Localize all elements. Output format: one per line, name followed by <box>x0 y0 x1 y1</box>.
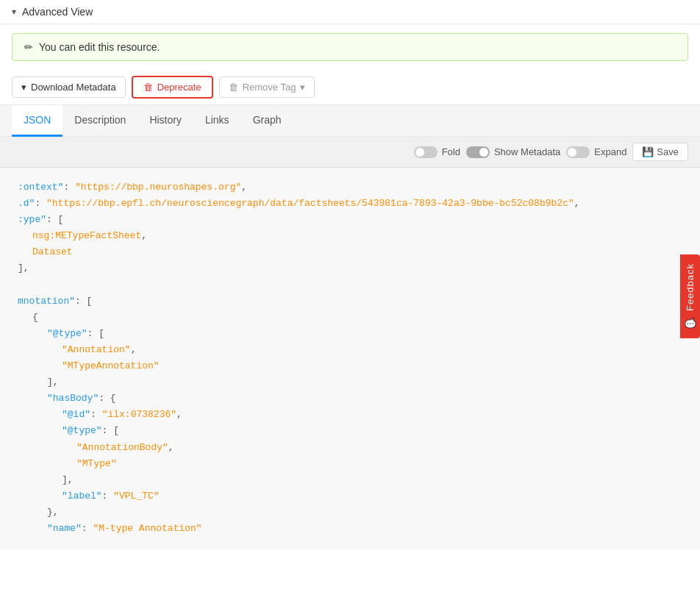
json-line: ], <box>18 260 682 277</box>
json-line: "hasBody": { <box>18 390 682 407</box>
json-line: mnotation": [ <box>18 293 682 310</box>
top-bar: ▾ Advanced View <box>0 0 700 24</box>
expand-toggle-group: Expand <box>566 146 626 158</box>
tab-links[interactable]: Links <box>193 105 241 137</box>
json-line: "@id": "ilx:0738236", <box>18 407 682 423</box>
json-line: nsg:METypeFactSheet, <box>18 228 682 244</box>
remove-tag-button[interactable]: 🗑 Remove Tag ▾ <box>219 76 315 98</box>
show-metadata-toggle[interactable] <box>466 146 490 158</box>
expand-label: Expand <box>594 146 626 157</box>
json-line: "MTypeAnnotation" <box>18 358 682 374</box>
json-line: "label": "VPL_TC" <box>18 488 682 504</box>
json-line: "@type": [ <box>18 423 682 439</box>
tab-graph[interactable]: Graph <box>241 105 293 137</box>
tab-json[interactable]: JSON <box>12 105 63 137</box>
feedback-wrapper: 💬 Feedback <box>680 254 700 338</box>
deprecate-button[interactable]: 🗑 Deprecate <box>132 76 213 99</box>
json-line: :ype": [ <box>18 212 682 228</box>
json-toolbar: Fold Show Metadata Expand 💾 Save <box>0 137 700 168</box>
json-line: ], <box>18 374 682 390</box>
fold-toggle-group: Fold <box>414 146 460 158</box>
action-toolbar: ▾ Download Metadata 🗑 Deprecate 🗑 Remove… <box>0 70 700 105</box>
json-line: Dataset <box>18 244 682 260</box>
json-line: "AnnotationBody", <box>18 440 682 456</box>
json-line <box>18 277 682 293</box>
expand-toggle[interactable] <box>566 146 590 158</box>
json-line: "Annotation", <box>18 342 682 358</box>
json-line: "name": "M-type Annotation" <box>18 521 682 537</box>
fold-label: Fold <box>442 146 460 157</box>
show-metadata-label: Show Metadata <box>494 146 560 157</box>
remove-tag-label: Remove Tag <box>243 82 296 93</box>
download-chevron-icon: ▾ <box>21 82 26 93</box>
edit-alert-banner: ✏ You can edit this resource. <box>12 33 688 61</box>
json-line: :ontext": "https://bbp.neuroshapes.org", <box>18 179 682 196</box>
deprecate-trash-icon: 🗑 <box>143 82 153 93</box>
remove-tag-trash-icon: 🗑 <box>229 82 238 93</box>
tab-bar: JSON Description History Links Graph <box>0 105 700 137</box>
json-line: }, <box>18 504 682 521</box>
alert-message: You can edit this resource. <box>39 41 160 53</box>
json-line: "MType" <box>18 456 682 472</box>
fold-toggle[interactable] <box>414 146 438 158</box>
save-icon: 💾 <box>642 146 654 157</box>
chevron-icon: ▾ <box>12 7 16 17</box>
advanced-view-title: Advanced View <box>22 6 93 18</box>
json-line: ], <box>18 472 682 488</box>
json-viewer: :ontext": "https://bbp.neuroshapes.org",… <box>0 168 700 549</box>
download-metadata-button[interactable]: ▾ Download Metadata <box>12 76 126 98</box>
json-line: { <box>18 310 682 326</box>
edit-icon: ✏ <box>24 41 33 53</box>
feedback-chat-icon: 💬 <box>685 317 696 329</box>
download-label: Download Metadata <box>31 82 116 93</box>
tab-history[interactable]: History <box>138 105 193 137</box>
json-line: "@type": [ <box>18 326 682 342</box>
save-label: Save <box>657 146 679 157</box>
show-metadata-toggle-group: Show Metadata <box>466 146 560 158</box>
deprecate-label: Deprecate <box>157 82 201 93</box>
json-line: .d": "https://bbp.epfl.ch/neurosciencegr… <box>18 196 682 212</box>
tab-description[interactable]: Description <box>63 105 138 137</box>
feedback-label: Feedback <box>685 263 696 310</box>
save-button[interactable]: 💾 Save <box>632 143 688 161</box>
remove-tag-chevron-icon: ▾ <box>300 82 305 93</box>
feedback-button[interactable]: 💬 Feedback <box>680 254 700 338</box>
